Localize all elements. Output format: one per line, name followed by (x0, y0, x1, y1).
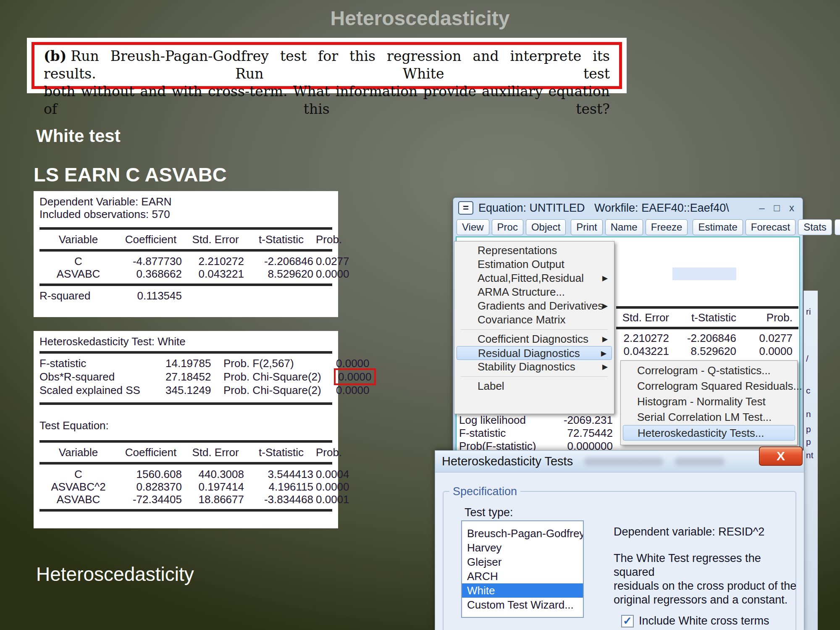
menu-item-covariance-matrix[interactable]: Covariance Matrix (456, 313, 613, 327)
menu-separator (461, 329, 608, 330)
cutoff-text-fragment: p (806, 424, 811, 434)
estimate-button[interactable]: Estimate (693, 219, 743, 235)
list-item-breusch-pagan-godfrey[interactable]: Breusch-Pagan-Godfrey (462, 526, 583, 541)
stat-value: -2069.231 (564, 414, 613, 427)
stat-prob-label: Prob. Chi-Square(2) (223, 370, 336, 383)
cell: 0.0277 (742, 332, 798, 345)
regression-output-panel: Dependent Variable: EARN Included observ… (34, 191, 338, 317)
test-type-listbox[interactable]: Breusch-Pagan-Godfrey Harvey Glejser ARC… (461, 520, 584, 618)
table-row: C -4.877730 2.210272 -2.206846 0.0277 (39, 255, 332, 268)
view-button[interactable]: View (457, 219, 489, 235)
col-coefficient: Coefficient (117, 233, 184, 246)
divider (39, 249, 332, 252)
menu-item-representations[interactable]: Representations (456, 244, 613, 257)
cutoff-text-fragment: ri (806, 307, 811, 317)
table-row: C 1560.608 440.3008 3.544413 0.0004 (39, 468, 332, 480)
r-squared-row: R-squared 0.113545 (39, 289, 332, 302)
resids-button[interactable]: Resids (835, 219, 840, 235)
submenu-item-serial-correlation[interactable]: Serial Correlation LM Test... (622, 410, 796, 425)
cell: ASVABC (39, 268, 117, 280)
selected-cell-highlight (672, 268, 736, 280)
view-menu: Representations Estimation Output Actual… (454, 241, 614, 414)
cell: 4.196115 (247, 480, 316, 493)
menu-separator (461, 376, 608, 377)
cell: -2.206846 (675, 332, 742, 345)
menu-item-label[interactable]: Label (456, 379, 613, 393)
cell: 0.0000 (742, 345, 798, 358)
print-button[interactable]: Print (571, 219, 602, 235)
table-row: 2.210272 -2.206846 0.0277 (616, 332, 798, 345)
col-std-error: Std. Error (184, 446, 247, 459)
cell: 0.828370 (117, 480, 184, 493)
cell: ASVABC (39, 493, 117, 506)
cell: 0.368662 (117, 268, 184, 280)
menu-item-coefficient-diagnostics[interactable]: Coefficient Diagnostics▶ (456, 332, 613, 346)
forecast-button[interactable]: Forecast (746, 219, 795, 235)
freeze-button[interactable]: Freeze (646, 219, 688, 235)
menu-item-residual-diagnostics[interactable]: Residual Diagnostics▶ (457, 346, 612, 360)
cell: 440.3008 (184, 468, 247, 480)
cell: 18.86677 (184, 493, 247, 506)
menu-item-estimation-output[interactable]: Estimation Output (456, 257, 613, 271)
submenu-item-correlogram-squared[interactable]: Correlogram Squared Residuals... (622, 378, 796, 394)
menu-item-gradients-derivatives[interactable]: Gradients and Derivatives▶ (456, 299, 613, 313)
submenu-item-correlogram-q[interactable]: Correlogram - Q-statistics... (622, 363, 796, 378)
include-cross-terms-checkbox[interactable]: ✓ (621, 615, 634, 627)
object-button[interactable]: Object (526, 219, 566, 235)
stats-button[interactable]: Stats (798, 219, 832, 235)
cell: 0.0001 (316, 493, 352, 506)
r-squared-value: 0.113545 (117, 289, 184, 302)
stat-label: Scaled explained SS (39, 384, 165, 396)
list-item-glejser[interactable]: Glejser (462, 555, 583, 569)
col-variable: Variable (39, 233, 117, 246)
maximize-icon[interactable]: □ (774, 202, 780, 214)
menu-item-stability-diagnostics[interactable]: Stability Diagnostics▶ (456, 360, 613, 374)
close-icon[interactable]: x (789, 202, 794, 214)
submenu-item-heteroskedasticity-tests[interactable]: Heteroskedasticity Tests... (623, 425, 795, 441)
equation-toolbar: View Proc Object Print Name Freeze Estim… (453, 218, 803, 236)
menu-item-actual-fitted-residual[interactable]: Actual,Fitted,Residual▶ (456, 271, 613, 285)
col-prob: Prob. (316, 446, 342, 459)
menu-label: Residual Diagnostics (478, 347, 580, 360)
menu-label: Stability Diagnostics (478, 360, 575, 373)
cutoff-text-fragment: n (806, 409, 811, 419)
blurred-text-artifact (584, 457, 664, 466)
list-item-white[interactable]: White (462, 583, 583, 598)
col-std-error: Std. Error (184, 233, 247, 246)
blurred-text-artifact (675, 457, 725, 466)
stat-row: F-statistic 72.75442 (459, 427, 615, 440)
question-box: (b)Run Breush-Pagan-Godfrey test for thi… (27, 38, 627, 93)
cell: 8.529620 (247, 268, 316, 280)
divider (39, 440, 332, 443)
cell: C (39, 255, 117, 268)
cell: 0.043221 (616, 345, 675, 358)
specification-label: Specification (449, 485, 520, 498)
stat-value: 345.1249 (165, 384, 207, 396)
cell: ASVABC^2 (39, 480, 117, 493)
dialog-titlebar[interactable]: Heteroskedasticity Tests X (435, 451, 804, 472)
highlighted-prob-value: 0.0000 (336, 370, 374, 383)
minimize-icon[interactable]: – (759, 202, 764, 214)
stat-row: Obs*R-squared 27.18452 Prob. Chi-Square(… (39, 370, 332, 383)
heading-command: LS EARN C ASVABC (34, 163, 227, 186)
cell: -2.206846 (247, 255, 316, 268)
stat-label: Log likelihood (459, 414, 564, 427)
col-t-statistic: t-Statistic (675, 311, 742, 324)
list-item-custom-test-wizard[interactable]: Custom Test Wizard... (462, 598, 583, 612)
submenu-item-histogram-normality[interactable]: Histogram - Normality Test (622, 394, 796, 410)
white-test-description: The White Test regresses the squared res… (614, 551, 804, 607)
menu-item-arma-structure[interactable]: ARMA Structure... (456, 285, 613, 299)
cell: 8.529620 (675, 345, 742, 358)
dialog-close-button[interactable]: X (759, 446, 803, 466)
summary-stats: Log likelihood -2069.231 F-statistic 72.… (459, 414, 615, 453)
list-item-harvey[interactable]: Harvey (462, 541, 583, 555)
table-header: Variable Coefficient Std. Error t-Statis… (39, 233, 332, 246)
name-button[interactable]: Name (605, 219, 643, 235)
cell: -72.34405 (117, 493, 184, 506)
proc-button[interactable]: Proc (492, 219, 523, 235)
dependent-variable-line: Dependent Variable: EARN (39, 195, 332, 208)
equation-window-titlebar[interactable]: = Equation: UNTITLED Workfile: EAEF40::E… (453, 198, 803, 218)
list-item-arch[interactable]: ARCH (462, 569, 583, 583)
cell: 3.544413 (247, 468, 316, 480)
cell: 0.0004 (316, 468, 352, 480)
